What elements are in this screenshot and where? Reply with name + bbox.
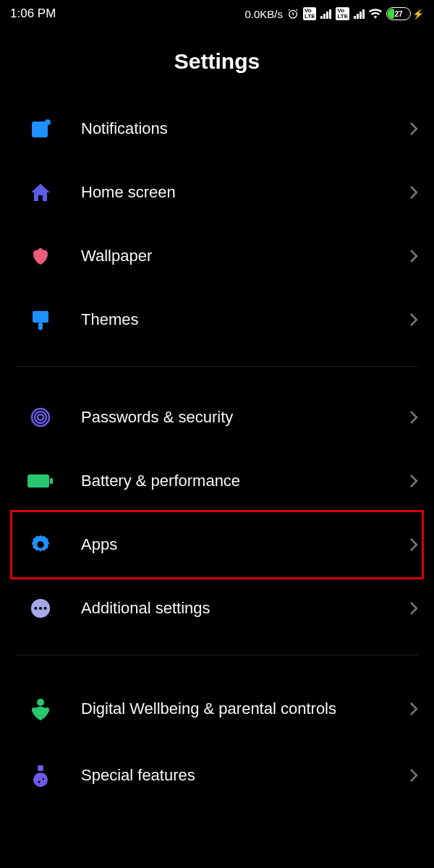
chevron-right-icon (409, 601, 418, 616)
row-battery-performance[interactable]: Battery & performance (0, 449, 434, 513)
row-home-screen[interactable]: Home screen (0, 161, 434, 224)
wallpaper-icon (0, 244, 81, 268)
page-title: Settings (0, 49, 434, 74)
row-label: Home screen (81, 182, 409, 203)
row-passwords-security[interactable]: Passwords & security (0, 386, 434, 449)
row-apps[interactable]: Apps (0, 513, 434, 576)
row-label: Additional settings (81, 598, 409, 618)
fingerprint-icon (0, 406, 81, 429)
row-themes[interactable]: Themes (0, 288, 434, 352)
svg-rect-4 (38, 323, 43, 330)
home-icon (0, 181, 81, 204)
svg-point-12 (34, 607, 37, 610)
chevron-right-icon (409, 474, 418, 488)
chevron-right-icon (409, 249, 418, 263)
flask-icon (0, 764, 81, 787)
row-notifications[interactable]: Notifications (0, 97, 434, 161)
volte-icon-2: VoLTE (336, 7, 349, 20)
row-label: Digital Wellbeing & parental controls (81, 699, 409, 719)
svg-point-13 (39, 607, 42, 610)
row-label: Wallpaper (81, 246, 409, 266)
page-header: Settings (0, 25, 434, 97)
battery-indicator: 27 ⚡ (386, 7, 424, 20)
row-label: Passwords & security (81, 407, 409, 427)
gear-icon (0, 534, 81, 556)
chevron-right-icon (409, 768, 418, 783)
svg-rect-8 (27, 475, 49, 488)
chevron-right-icon (409, 410, 418, 425)
svg-rect-9 (50, 478, 53, 484)
svg-rect-16 (38, 765, 43, 771)
svg-point-15 (37, 699, 44, 706)
wifi-icon (369, 9, 382, 19)
battery-icon (0, 473, 81, 489)
status-bar-right: 0.0KB/s VoLTE VoLTE 27 ⚡ (244, 7, 424, 20)
svg-point-19 (43, 778, 44, 780)
svg-rect-1 (32, 122, 48, 137)
chevron-right-icon (409, 122, 418, 136)
status-bar-left: 1:06 PM (10, 7, 56, 21)
section-divider (16, 366, 418, 367)
svg-point-14 (44, 607, 47, 610)
section-divider (16, 655, 418, 655)
network-speed: 0.0KB/s (244, 8, 283, 20)
svg-point-17 (33, 773, 48, 787)
svg-point-10 (37, 541, 43, 548)
wellbeing-icon (0, 697, 81, 720)
row-special-features[interactable]: Special features (0, 744, 434, 807)
row-additional-settings[interactable]: Additional settings (0, 576, 434, 640)
row-label: Notifications (81, 119, 409, 139)
svg-rect-3 (33, 311, 48, 323)
status-time: 1:06 PM (10, 7, 56, 21)
row-label: Themes (81, 310, 409, 330)
chevron-right-icon (409, 185, 418, 200)
svg-point-6 (35, 412, 46, 423)
status-bar: 1:06 PM 0.0KB/s VoLTE VoLTE 27 ⚡ (0, 0, 434, 25)
settings-list: Notifications Home screen Wallpaper Them… (0, 97, 434, 807)
settings-screen: { "status": { "time": "1:06 PM", "net_sp… (0, 0, 434, 868)
more-icon (0, 597, 81, 619)
svg-point-18 (38, 780, 40, 783)
row-label: Apps (81, 535, 409, 555)
battery-percent: 27 (387, 8, 410, 20)
chevron-right-icon (409, 537, 418, 552)
signal-bars-1 (320, 9, 331, 19)
signal-bars-2 (354, 9, 365, 19)
themes-icon (0, 308, 81, 331)
chevron-right-icon (409, 312, 418, 327)
row-label: Battery & performance (81, 471, 409, 491)
charging-icon: ⚡ (412, 9, 424, 20)
row-digital-wellbeing[interactable]: Digital Wellbeing & parental controls (0, 674, 434, 744)
volte-icon-1: VoLTE (303, 7, 317, 20)
row-wallpaper[interactable]: Wallpaper (0, 224, 434, 288)
row-label: Special features (81, 765, 409, 786)
chevron-right-icon (409, 702, 418, 716)
svg-point-7 (38, 414, 43, 420)
alarm-icon (287, 8, 299, 20)
svg-point-2 (45, 119, 51, 125)
notifications-icon (0, 117, 81, 140)
